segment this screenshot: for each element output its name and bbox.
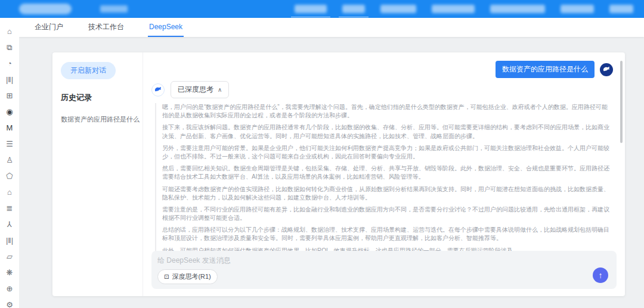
barcode2-icon[interactable]: |‖|: [5, 237, 14, 245]
history-title: 历史记录: [61, 92, 134, 103]
folder-icon[interactable]: ▱: [5, 253, 14, 261]
brand-logo: [19, 4, 72, 14]
history-item[interactable]: 数据资产的应用路径是什么: [61, 115, 134, 124]
message-input[interactable]: [157, 256, 475, 267]
chat-scrollbar[interactable]: [620, 61, 623, 143]
thought-paragraph: 总结的话，应用路径可以分为以下几个步骤：战略规划、数据治理、技术支撑、应用场景构…: [162, 226, 613, 242]
home-icon[interactable]: ⌂: [5, 27, 14, 36]
layers-icon[interactable]: ≣: [5, 204, 14, 213]
top-nav: [295, 0, 633, 18]
shield-icon[interactable]: ⬠: [5, 172, 14, 181]
send-button[interactable]: ↑: [593, 267, 608, 283]
pie-chart-icon[interactable]: ◔: [5, 60, 14, 68]
tab-bar: 企业门户 技术工作台 DeepSeek: [19, 18, 644, 37]
whale-logo-icon: [154, 85, 163, 94]
letter-m-icon[interactable]: M: [5, 124, 14, 132]
tab-enterprise-portal[interactable]: 企业门户: [33, 18, 64, 37]
top-nav-item[interactable]: [380, 5, 416, 13]
top-bar: [0, 0, 644, 18]
thought-paragraph: 另外，需要注意用户可能的背景。如果是企业用户，他们可能关注如何利用数据资产提高竞…: [162, 144, 613, 161]
user-avatar: [600, 63, 613, 76]
top-nav-item[interactable]: [432, 5, 475, 13]
thought-toggle-button[interactable]: 已深度思考 ∧: [171, 81, 229, 98]
top-nav-item[interactable]: [561, 5, 594, 13]
top-nav-item[interactable]: [490, 5, 545, 13]
org-chart-icon[interactable]: ⧉: [5, 43, 14, 52]
message-composer: ⊡ 深度思考(R1) ↑: [151, 251, 617, 289]
user-message-bubble: 数据资产的应用路径是什么: [496, 61, 595, 78]
flow-icon[interactable]: ⅄: [5, 220, 14, 229]
menu-lines-icon[interactable]: ☰: [5, 140, 14, 148]
brand-text: [100, 5, 128, 13]
deep-think-button[interactable]: ⊡ 深度思考(R1): [157, 269, 218, 284]
user-message-row: 数据资产的应用路径是什么: [151, 61, 613, 78]
thought-paragraph: 需要注意的是，不同行业的应用路径可能有差异，比如金融行业和制造业的数据应用方向不…: [162, 206, 613, 222]
tab-tech-workbench[interactable]: 技术工作台: [87, 18, 125, 37]
deep-think-icon: ⊡: [164, 273, 169, 280]
thought-paragraph: 可能还需要考虑数据资产的价值实现路径，比如数据如何转化为商业价值，从原始数据到分…: [162, 185, 613, 202]
gear-icon[interactable]: ⚙: [5, 301, 14, 308]
chat-card: 开启新对话 历史记录 数据资产的应用路径是什么 数据资产的应用路径是什么 已深度…: [52, 52, 625, 296]
chat-column: 数据资产的应用路径是什么 已深度思考 ∧ 嗯，用户问的是“数据资产的应用路径是什…: [143, 52, 625, 296]
top-nav-item[interactable]: [342, 5, 365, 13]
tab-deepseek[interactable]: DeepSeek: [148, 18, 184, 37]
arrow-up-icon: ↑: [599, 270, 603, 280]
whale-logo-icon: [602, 65, 611, 74]
home2-icon[interactable]: ⌂: [5, 188, 14, 197]
barcode-icon[interactable]: |‖|: [5, 76, 14, 84]
thought-toggle-label: 已深度思考: [178, 85, 213, 95]
assistant-avatar: [151, 83, 165, 97]
deep-think-label: 深度思考(R1): [172, 272, 210, 281]
chevron-up-icon: ∧: [218, 86, 222, 93]
user-icon[interactable]: ♙: [5, 156, 14, 164]
thought-content: 嗯，用户问的是“数据资产的应用路径是什么”，我需要先理解这个问题。首先，确定他们…: [155, 103, 613, 254]
folder-plus-icon[interactable]: ⊞: [5, 92, 14, 100]
icon-rail: ⌂ ⧉ ◔ |‖| ⊞ ◉ M ☰ ♙ ⬠ ⌂ ≣ ⅄ |‖| ▱ ❋ ⊕ ⚙: [0, 18, 19, 308]
top-nav-item[interactable]: [609, 5, 633, 13]
workspace: 开启新对话 历史记录 数据资产的应用路径是什么 数据资产的应用路径是什么 已深度…: [19, 37, 644, 308]
history-panel: 开启新对话 历史记录 数据资产的应用路径是什么: [52, 52, 143, 296]
thought-paragraph: 接下来，我应该拆解问题。数据资产的应用路径通常有几个阶段，比如数据的收集、存储、…: [162, 123, 613, 140]
badge-icon[interactable]: ❋: [5, 269, 14, 277]
new-chat-button[interactable]: 开启新对话: [61, 62, 116, 79]
globe-icon[interactable]: ⊕: [5, 285, 14, 293]
thought-paragraph: 然后，需要回忆相关知识。数据生命周期管理是关键，包括采集、存储、处理、分析、共享…: [162, 164, 613, 181]
assistant-row: 已深度思考 ∧: [151, 81, 613, 98]
top-nav-item[interactable]: [295, 5, 327, 13]
dark-globe-icon[interactable]: ◉: [5, 108, 14, 116]
thought-paragraph: 嗯，用户问的是“数据资产的应用路径是什么”，我需要先理解这个问题。首先，确定他们…: [162, 103, 613, 120]
